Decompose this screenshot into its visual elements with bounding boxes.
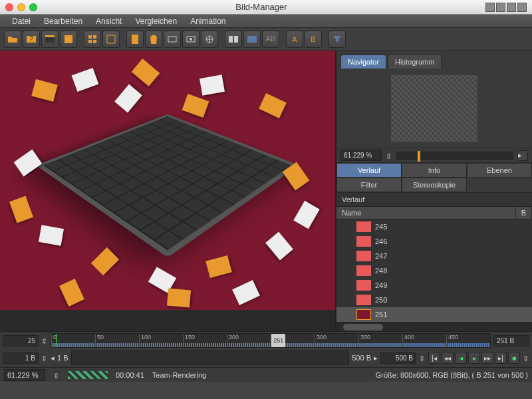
frame-icon[interactable] [164, 31, 181, 48]
svg-rect-8 [107, 35, 115, 43]
move-icon[interactable] [507, 3, 516, 12]
clapper-icon[interactable] [41, 31, 59, 48]
a-icon[interactable]: A [286, 31, 303, 48]
step-back-icon[interactable]: ◂◂ [442, 352, 454, 364]
col-b[interactable]: B [516, 207, 532, 219]
help-icon[interactable]: ? [23, 31, 40, 48]
loop-icon[interactable]: ■ [508, 352, 520, 364]
toolbar: ? AB A B [0, 28, 532, 51]
range-right-box[interactable]: 500 B [380, 352, 416, 364]
svg-rect-6 [88, 40, 92, 43]
menu-ansicht[interactable]: Ansicht [90, 15, 127, 27]
doc-icon[interactable] [126, 31, 144, 48]
zoom-row: 61.229 % ⇕ ▸ [336, 148, 532, 163]
frame-row[interactable]: 248 [336, 263, 532, 278]
zoom-value[interactable]: 61.229 % [340, 150, 382, 161]
play-back-icon[interactable]: ◂ [455, 352, 467, 364]
svg-rect-7 [93, 40, 96, 43]
tab-histogramm[interactable]: Histogramm [388, 55, 442, 68]
compare-a-icon[interactable] [225, 31, 242, 48]
svg-rect-10 [168, 37, 176, 42]
range-prev-icon[interactable]: ◂ [51, 354, 55, 362]
svg-rect-14 [229, 36, 233, 43]
statusbar: 61.229 % ⇕ 00:00:41 Team-Rendering Größe… [0, 367, 532, 382]
menu-bearbeiten[interactable]: Bearbeiten [39, 15, 88, 27]
range-ruler[interactable] [71, 350, 350, 365]
tl-right[interactable]: 251 B [493, 335, 529, 346]
svg-rect-3 [65, 35, 72, 43]
tab-verlauf[interactable]: Verlauf [336, 163, 402, 178]
trash-icon[interactable] [145, 31, 162, 48]
frame-thumb-icon [356, 251, 371, 261]
horiz-scrollbar[interactable] [336, 322, 532, 331]
play-fwd-icon[interactable]: ▸ [468, 352, 480, 364]
b-icon[interactable]: B [305, 31, 322, 48]
frame-number: 247 [375, 252, 387, 260]
minimize-button[interactable] [17, 3, 25, 11]
tl-left[interactable]: 25 [3, 335, 39, 346]
svg-rect-9 [132, 35, 138, 44]
menubar: Datei Bearbeiten Ansicht Vergleichen Ani… [0, 15, 532, 28]
menu-vergleichen[interactable]: Vergleichen [130, 15, 182, 27]
svg-rect-2 [45, 35, 55, 37]
frame-row[interactable]: 250 [336, 293, 532, 307]
ab-icon[interactable]: AB [262, 31, 279, 48]
tab-stereoskopie[interactable]: Stereoskopie [402, 178, 467, 192]
range-next-icon[interactable]: ▸ [374, 354, 378, 362]
expand-icon[interactable] [496, 3, 505, 12]
menu-datei[interactable]: Datei [7, 15, 36, 27]
frame-list[interactable]: 245246247248249250251252253 [336, 219, 532, 322]
svg-point-12 [190, 38, 192, 41]
navigator-preview[interactable] [336, 68, 532, 148]
status-size: Größe: 800x600, RGB (8Bit), ( B 251 von … [376, 371, 528, 379]
frame2-icon[interactable] [182, 31, 200, 48]
menu-animation[interactable]: Animation [185, 15, 231, 27]
info-tabs: Verlauf Info Ebenen Filter Stereoskopie [336, 163, 532, 193]
timeline-ruler[interactable]: 050100150200250300350400450500251 [51, 333, 491, 348]
zoom-button[interactable] [29, 3, 37, 11]
range-left[interactable]: 1 B [3, 352, 39, 364]
frame-row[interactable]: 245 [336, 219, 532, 234]
tab-ebenen[interactable]: Ebenen [467, 163, 532, 178]
close-button[interactable] [5, 3, 13, 11]
frame-row[interactable]: 249 [336, 278, 532, 293]
tab-filter[interactable]: Filter [336, 178, 402, 192]
goto-start-icon[interactable]: |◂ [428, 352, 440, 364]
tl-arrows-icon[interactable]: ⇕ [41, 337, 48, 344]
frame-thumb-icon [356, 295, 371, 305]
dock-icon[interactable] [485, 3, 495, 12]
close-panel-icon[interactable] [517, 3, 527, 12]
zoom-slider[interactable] [396, 152, 513, 160]
compare-b-icon[interactable] [243, 31, 261, 48]
main-area: Navigator Histogramm 61.229 % ⇕ ▸ Verlau… [0, 51, 532, 331]
timeline: 25 ⇕ 050100150200250300350400450500251 2… [0, 331, 532, 367]
frame-row[interactable]: 247 [336, 249, 532, 263]
step-fwd-icon[interactable]: ▸▸ [481, 352, 493, 364]
status-mode: Team-Rendering [152, 371, 206, 379]
grid-icon[interactable] [84, 31, 101, 48]
save-icon[interactable] [60, 31, 77, 48]
svg-rect-4 [88, 35, 92, 39]
col-name[interactable]: Name [336, 207, 516, 219]
frame-row[interactable]: 251 [336, 307, 532, 322]
zoom-play-icon[interactable]: ▸ [517, 150, 528, 161]
zoom-arrows-icon[interactable]: ⇕ [386, 152, 392, 159]
nav-icon[interactable] [201, 31, 218, 48]
tab-navigator[interactable]: Navigator [340, 55, 386, 68]
svg-text:AB: AB [266, 35, 276, 43]
titlebar: Bild-Manager [0, 0, 532, 15]
status-zoom[interactable]: 61.229 % [4, 369, 45, 381]
grid2-icon[interactable] [102, 31, 120, 48]
open-icon[interactable] [4, 31, 21, 48]
svg-text:A: A [292, 35, 297, 43]
render-view [0, 51, 335, 310]
goto-end-icon[interactable]: ▸| [495, 352, 507, 364]
frame-thumb-icon [356, 236, 371, 247]
frame-row[interactable]: 246 [336, 234, 532, 249]
svg-rect-16 [247, 36, 257, 43]
viewport[interactable] [0, 51, 336, 331]
range-left-label: 1 B [57, 354, 68, 362]
filter-icon[interactable] [329, 31, 346, 48]
tab-info[interactable]: Info [402, 163, 467, 178]
list-header: Name B [336, 207, 532, 219]
